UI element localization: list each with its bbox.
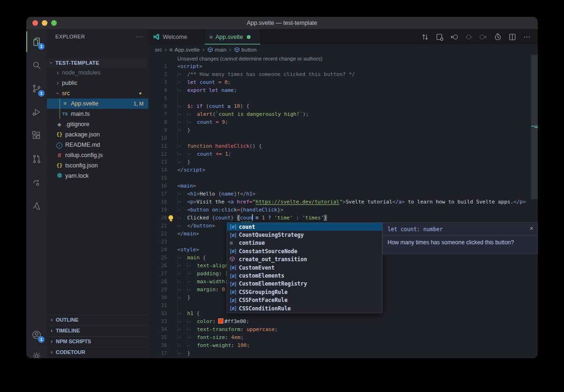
panel-header-npm-scripts[interactable]: ›NPM SCRIPTS: [47, 336, 148, 347]
file-item-yarn-lock[interactable]: yarn.lock: [47, 171, 148, 181]
file-item-package-json[interactable]: {}package.json: [47, 129, 148, 140]
line-number: 31: [148, 302, 167, 309]
compare-changes-icon[interactable]: [419, 31, 431, 43]
code-line[interactable]: 5: [148, 94, 538, 102]
next-change-icon[interactable]: [477, 31, 489, 43]
suggestion-item-cssfontfacerule[interactable]: [ø]CSSFontFaceRule: [227, 296, 382, 304]
close-icon[interactable]: ×: [530, 225, 534, 232]
suggestion-item-customelements[interactable]: [ø]customElements: [227, 271, 382, 279]
activity-settings-icon[interactable]: [26, 346, 47, 358]
glyph-margin: [167, 309, 177, 317]
activity-account-icon[interactable]: 1: [26, 324, 47, 345]
line-number: 24: [148, 246, 167, 254]
code-line[interactable]: 6→ $: if (count ≥ 10) {: [148, 102, 538, 110]
suggestion-item-count[interactable]: [ø]count: [227, 223, 382, 231]
unsaved-dot-icon[interactable]: [247, 35, 251, 39]
tab-app-svelte[interactable]: ≡ App.svelte: [205, 29, 261, 45]
panel-header-outline[interactable]: ›OUTLINE: [47, 315, 148, 325]
code-line[interactable]: 3→ let count = 0;: [148, 78, 538, 86]
code-line[interactable]: 19→ <button on:click={handleClick}>: [148, 206, 538, 214]
file-item-rollup-config-js[interactable]: Rrollup.config.js: [47, 150, 148, 160]
code-line[interactable]: 35→ → font-size: 4em;: [148, 333, 538, 341]
file-item-app-svelte[interactable]: ≡App.svelte1, M: [47, 98, 148, 109]
activity-live-share-icon[interactable]: [26, 172, 47, 193]
code-line[interactable]: 15: [148, 174, 538, 182]
previous-change-icon[interactable]: [448, 31, 460, 43]
activity-github-pr-icon[interactable]: [26, 149, 47, 169]
activity-extensions-icon[interactable]: [26, 125, 47, 146]
scrollbar[interactable]: [531, 55, 538, 199]
glyph-margin: [167, 190, 177, 198]
activity-search-icon[interactable]: [26, 55, 47, 75]
code-line[interactable]: 11→ function handleClick() {: [148, 142, 538, 150]
code-line[interactable]: 1<script>: [148, 62, 538, 70]
suggestion-item-customelementregistry[interactable]: [ø]CustomElementRegistry: [227, 280, 382, 288]
code-line[interactable]: 12→ → count += 1;: [148, 150, 538, 158]
panel-header-codetour[interactable]: ›CODETOUR: [47, 347, 148, 358]
code-line[interactable]: 13→ }: [148, 158, 538, 166]
file-item-main-ts[interactable]: TSmain.ts: [47, 109, 148, 119]
suggestion-item-customevent[interactable]: [ø]CustomEvent: [227, 264, 382, 271]
code-line[interactable]: 14</script>: [148, 166, 538, 174]
code-line[interactable]: 10: [148, 134, 538, 142]
tab-welcome[interactable]: Welcome: [148, 29, 205, 45]
breadcrumb-label: button: [242, 47, 257, 53]
panel-header-timeline[interactable]: ›TIMELINE: [47, 325, 148, 336]
activity-run-debug-icon[interactable]: [26, 102, 47, 122]
file-history-icon[interactable]: [492, 31, 504, 43]
file-item-tsconfig-json[interactable]: {}tsconfig.json: [47, 160, 148, 171]
code-line[interactable]: 8→ → count = 9;: [148, 118, 538, 126]
glyph-margin: [167, 349, 177, 357]
suggestion-item-cssgroupingrule[interactable]: [ø]CSSGroupingRule: [227, 288, 382, 296]
breadcrumb-item-app-svelte[interactable]: ≡App.svelte: [169, 47, 199, 53]
symbol-class-icon: [ø]: [229, 249, 239, 254]
breadcrumb-separator-icon: ›: [203, 46, 205, 53]
code-line[interactable]: 36→ → font-weight: 100;: [148, 341, 538, 349]
chevron-down-icon: ›: [46, 60, 56, 65]
gitignore-icon: ◆: [55, 119, 63, 129]
activity-explorer-icon[interactable]: 1: [26, 31, 47, 52]
code-line[interactable]: 2→ /** How many times has someone clicke…: [148, 70, 538, 78]
file-item--gitignore[interactable]: ◆.gitignore: [47, 119, 148, 129]
code-line[interactable]: 37→ }: [148, 349, 538, 357]
open-changes-icon[interactable]: [434, 31, 446, 43]
current-change-icon[interactable]: [463, 31, 475, 43]
code-line[interactable]: 34→ → text-transform: uppercase;: [148, 325, 538, 333]
code-area[interactable]: Unsaved changes (cannot determine recent…: [148, 55, 538, 358]
code-line[interactable]: 4→ export let name;: [148, 86, 538, 94]
title-bar[interactable]: App.svelte — test-template: [26, 17, 538, 29]
breadcrumb-item-main[interactable]: main: [207, 47, 227, 53]
activity-azure-icon[interactable]: [26, 196, 47, 216]
suggestion-item-create_out_transition[interactable]: create_out_transition: [227, 256, 382, 264]
suggestion-label: CountQueuingStrategy: [239, 232, 304, 238]
glyph-margin: [167, 150, 177, 158]
suggestion-item-countqueuingstrategy[interactable]: [ø]CountQueuingStrategy: [227, 231, 382, 239]
code-line[interactable]: 16<main>: [148, 182, 538, 190]
suggestion-item-continue[interactable]: ≡continue: [227, 239, 382, 247]
suggestion-item-constantsourcenode[interactable]: [ø]ConstantSourceNode: [227, 247, 382, 255]
more-actions-icon[interactable]: [521, 31, 533, 43]
code-line[interactable]: 20→ Clicked {count} {coun ≡ 1 ? 'time' :…: [148, 214, 538, 222]
code-line[interactable]: 17→ <h1>Hello {name}!</h1>: [148, 190, 538, 198]
code-line[interactable]: 18→ <p>Visit the <a href="https://svelte…: [148, 198, 538, 206]
code-line[interactable]: 7→ → alert(`count is dangerously high!`)…: [148, 110, 538, 118]
line-number: 13: [148, 158, 167, 166]
split-editor-icon[interactable]: [506, 31, 518, 43]
activity-source-control-icon[interactable]: 1: [26, 78, 47, 99]
breadcrumb-item-src[interactable]: src: [155, 47, 162, 53]
breadcrumb-item-button[interactable]: button: [234, 47, 257, 53]
code-line[interactable]: 9→ }: [148, 126, 538, 134]
glyph-margin: [167, 86, 177, 94]
workspace-section-header[interactable]: ›TEST-TEMPLATE: [47, 57, 148, 68]
explorer-more-actions-icon[interactable]: ···: [136, 33, 144, 40]
code-line[interactable]: 33→ → color: #ff3e00;: [148, 317, 538, 325]
lightbulb-icon[interactable]: [168, 215, 173, 220]
file-item-public[interactable]: ›public: [47, 78, 148, 88]
suggestion-item-cssconditionrule[interactable]: [ø]CSSConditionRule: [227, 304, 382, 312]
file-item-src[interactable]: ›src●: [47, 88, 148, 98]
file-item-readme-md[interactable]: iREADME.md: [47, 140, 148, 150]
tab-bar: Welcome ≡ App.svelte: [148, 29, 538, 45]
file-name: .gitignore: [65, 119, 89, 129]
explorer-title: EXPLORER: [55, 34, 85, 39]
file-item-node-modules[interactable]: ›node_modules: [47, 68, 148, 78]
